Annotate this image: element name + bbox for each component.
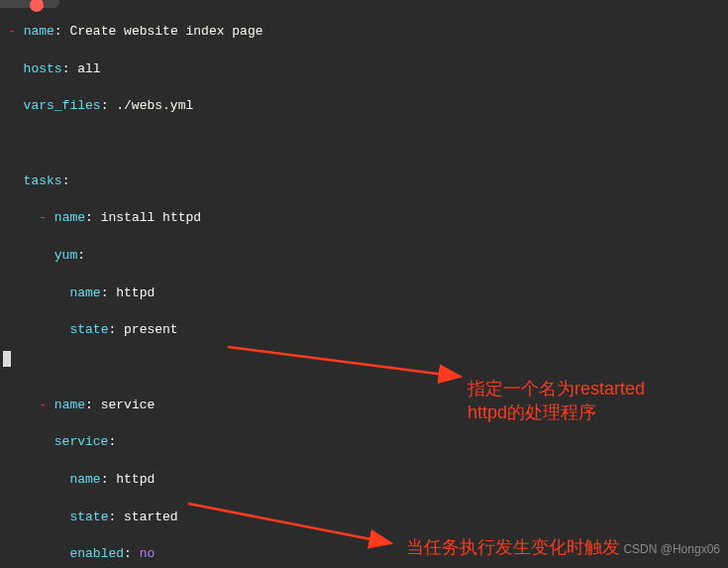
code-line: service: — [8, 433, 720, 452]
annotation-text: 指定一个名为restarted httpd的处理程序 — [468, 377, 645, 425]
code-line: tasks: — [8, 172, 720, 191]
code-line: name: httpd — [8, 284, 720, 303]
code-line — [8, 135, 720, 154]
code-line: state: started — [8, 509, 720, 527]
code-line: - name: install httpd — [8, 209, 720, 228]
code-line: state: present — [8, 321, 720, 340]
code-line: name: httpd — [8, 471, 720, 490]
code-line — [8, 359, 720, 378]
editor-cursor — [3, 351, 11, 367]
watermark: CSDN @Hongx06 — [623, 541, 720, 558]
annotation-text: 当任务执行发生变化时触发 — [406, 535, 620, 559]
code-editor[interactable]: - name: Create website index page hosts:… — [0, 0, 728, 568]
code-line: - name: Create website index page — [8, 23, 720, 42]
code-line: hosts: all — [8, 60, 720, 79]
code-line: vars_files: ./webs.yml — [8, 97, 720, 116]
code-line: yum: — [8, 247, 720, 266]
